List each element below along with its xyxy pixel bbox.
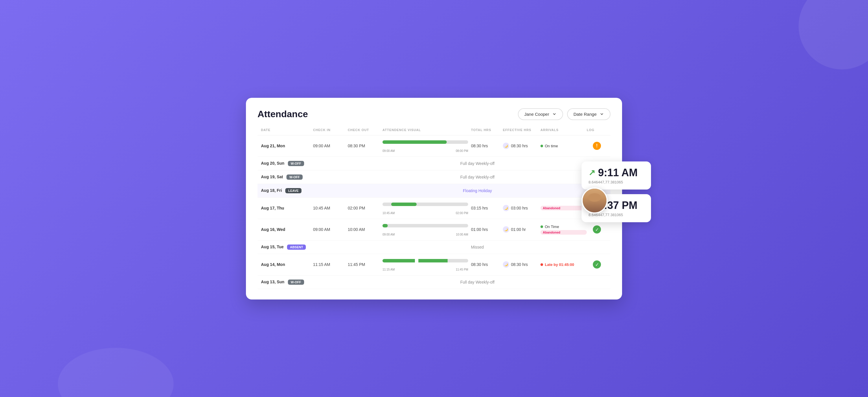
bar-bg	[382, 224, 468, 227]
table-row: Aug 21, Mon 09:00 AM 08:30 PM 09:00 AM 0…	[257, 135, 611, 157]
checkin-time: ↗ 9:11 AM	[589, 167, 644, 179]
date-cell: Aug 20, Sun W-OFF	[261, 161, 313, 166]
log-cell: ✓	[587, 225, 607, 234]
bar-fill	[382, 140, 447, 144]
bar-fill	[382, 224, 388, 227]
table-row-absent: Aug 15, Tue ABSENT Missed	[257, 240, 611, 254]
date-cell: Aug 19, Sat W-OFF	[261, 175, 313, 180]
effective-icon: 🌙	[503, 261, 509, 268]
col-date: DATE	[261, 128, 313, 132]
log-cell: !	[587, 142, 607, 150]
col-effective: EFFECTIVE HRS	[503, 128, 540, 132]
visual-cell: 11:15 AM 11:45 PM	[382, 258, 471, 271]
header: Attendance Jane Cooper Date Range	[257, 108, 611, 120]
bar-labels: 10:45 AM 02:00 PM	[382, 208, 468, 215]
arrival-badge: On time	[540, 144, 587, 148]
effective-hrs-cell: 🌙 03:00 hrs	[503, 205, 540, 211]
checkin-cell: 09:00 AM	[313, 227, 348, 232]
date-cell: Aug 15, Tue ABSENT	[261, 245, 313, 250]
chevron-down-icon	[599, 112, 604, 116]
arrival-badge: Late by 01:45:00	[540, 263, 587, 267]
bar-fill	[391, 203, 417, 206]
leave-badge: LEAVE	[285, 188, 302, 193]
woff-badge: W-OFF	[286, 175, 303, 180]
checkout-cell: 08:30 PM	[348, 144, 382, 148]
col-arrivals: ARRIVALS	[540, 128, 587, 132]
checkout-cell: 11:45 PM	[348, 262, 382, 267]
warning-icon: !	[593, 142, 601, 150]
total-hrs-cell: 01:00 hrs	[471, 227, 503, 232]
checkout-cell: 10:00 AM	[348, 227, 382, 232]
table-row-leave: Aug 18, Fri LEAVE Floating Holiday	[257, 184, 611, 197]
chevron-down-icon	[552, 112, 557, 116]
checkout-cell: 02:00 PM	[348, 206, 382, 210]
abandoned-badge: Abandoned	[540, 230, 587, 235]
arrow-up-right-icon: ↗	[589, 168, 595, 177]
absent-badge: ABSENT	[287, 245, 306, 250]
date-range-dropdown[interactable]: Date Range	[567, 108, 611, 120]
total-hrs-cell: 03:15 hrs	[471, 206, 503, 210]
floating-holiday-msg: Floating Holiday	[348, 188, 607, 193]
user-dropdown-label: Jane Cooper	[524, 112, 549, 117]
table-header: DATE CHECK IN CHECK OUT ATTENDENCE VISUA…	[257, 128, 611, 135]
visual-cell: 10:45 AM 02:00 PM	[382, 202, 471, 215]
attendance-card: Attendance Jane Cooper Date Range DATE C…	[246, 98, 622, 300]
col-log: LOG	[587, 128, 607, 132]
date-cell: Aug 14, Mon	[261, 262, 313, 267]
date-cell: Aug 13, Sun W-OFF	[261, 279, 313, 285]
table-row: Aug 17, Thu 10:45 AM 02:00 PM 10:45 AM 0…	[257, 197, 611, 219]
attendance-table: DATE CHECK IN CHECK OUT ATTENDENCE VISUA…	[257, 128, 611, 289]
checkin-cell: 10:45 AM	[313, 206, 348, 210]
table-row: Aug 14, Mon 11:15 AM 11:45 PM 11:15 AM 1…	[257, 254, 611, 275]
bar-labels: 09:00 AM 08:00 PM	[382, 145, 468, 152]
visual-cell: 09:00 AM 10:00 AM	[382, 223, 471, 236]
visual-cell: 09:00 AM 08:00 PM	[382, 140, 471, 152]
woff-badge: W-OFF	[288, 161, 304, 166]
dot-green	[540, 145, 543, 147]
table-row: Aug 16, Wed 09:00 AM 10:00 AM 09:00 AM 1…	[257, 219, 611, 240]
dot-red	[540, 263, 543, 266]
effective-icon: 🌙	[503, 205, 509, 211]
date-cell: Aug 17, Thu	[261, 206, 313, 210]
arrival-cell: Abandoned	[540, 206, 587, 210]
avatar-face	[583, 189, 607, 212]
effective-icon: 🌙	[503, 143, 509, 149]
date-cell: Aug 21, Mon	[261, 144, 313, 148]
col-visual: ATTENDENCE VISUAL	[382, 128, 471, 132]
avatar	[582, 187, 608, 214]
bar-labels: 09:00 AM 10:00 AM	[382, 229, 468, 236]
total-hrs-cell: 08:30 hrs	[471, 144, 503, 148]
checkin-cell: 09:00 AM	[313, 144, 348, 148]
arrival-badge: On Time	[540, 224, 587, 229]
check-icon: ✓	[593, 225, 601, 234]
woff-badge: W-OFF	[288, 279, 304, 285]
arrival-cell: Late by 01:45:00	[540, 263, 587, 267]
header-controls: Jane Cooper Date Range	[518, 108, 611, 120]
col-total: TOTAL HRS	[471, 128, 503, 132]
arrival-cell: On Time Abandoned	[540, 224, 587, 235]
bar-fill-gap	[382, 259, 468, 263]
full-day-msg: Full day Weekly-off	[348, 280, 607, 284]
table-row: Aug 20, Sun W-OFF Full day Weekly-off	[257, 157, 611, 171]
missed-msg: Missed	[348, 245, 607, 249]
table-row: Aug 13, Sun W-OFF Full day Weekly-off	[257, 275, 611, 289]
check-icon: ✓	[593, 261, 601, 269]
effective-hrs-cell: 🌙 08:30 hrs	[503, 261, 540, 268]
checkin-cell: 11:15 AM	[313, 262, 348, 267]
log-cell: ✓	[587, 261, 607, 269]
full-day-msg: Full day Weekly-off	[348, 175, 607, 179]
date-cell: Aug 18, Fri LEAVE	[261, 188, 313, 193]
date-range-label: Date Range	[574, 112, 597, 117]
col-checkin: CHECK IN	[313, 128, 348, 132]
arrival-cell: On time	[540, 144, 587, 148]
total-hrs-cell: 08:30 hrs	[471, 262, 503, 267]
bar-labels: 11:15 AM 11:45 PM	[382, 264, 468, 271]
col-checkout: CHECK OUT	[348, 128, 382, 132]
table-row: Aug 19, Sat W-OFF Full day Weekly-off	[257, 171, 611, 184]
effective-hrs-cell: 🌙 08:30 hrs	[503, 143, 540, 149]
effective-icon: 🌙	[503, 226, 509, 233]
checkin-popup: ↗ 9:11 AM 8.646447,77.381065	[582, 161, 651, 189]
full-day-msg: Full day Weekly-off	[348, 161, 607, 166]
checkin-coords: 8.646447,77.381065	[589, 180, 644, 184]
user-dropdown[interactable]: Jane Cooper	[518, 108, 563, 120]
